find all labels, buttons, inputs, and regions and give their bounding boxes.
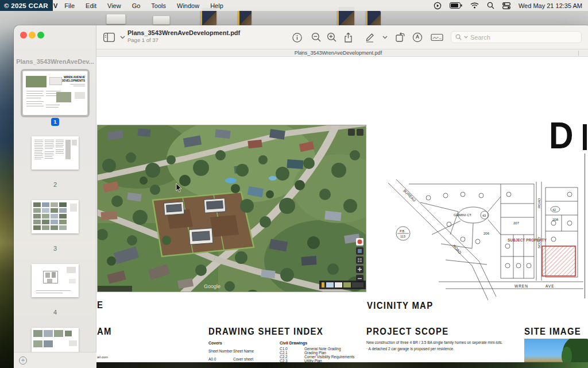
page-thumbnail-3[interactable] — [32, 200, 79, 233]
covers-subtitle: Covers — [208, 341, 222, 345]
cut-heading-fragment-am: AM — [97, 327, 112, 337]
sheet-row-name: General Note Grading — [304, 347, 341, 351]
document-page-indicator: Page 1 of 37 — [127, 37, 158, 43]
document-title: Plans_3543WrenAveDevelopment.pdf — [127, 29, 240, 36]
menu-window[interactable]: Window — [177, 2, 199, 9]
window-toolbar: Plans_3543WrenAveDevelopment.pdf Page 1 … — [96, 25, 588, 49]
page-badge-selected: 1 — [51, 118, 59, 126]
share-button[interactable] — [342, 31, 354, 44]
main-pane: Plans_3543WrenAveDevelopment.pdf Page 1 … — [96, 25, 588, 368]
menu-file[interactable]: File — [64, 2, 75, 9]
site-image-title: SITE IMAGE — [524, 327, 581, 337]
page-number-4: 4 — [32, 309, 79, 316]
drawing-sheet-index-title: DRAWING SHEET INDEX — [208, 327, 323, 337]
sheet-row-num: A0.0 — [208, 357, 216, 361]
search-scope-chevron-icon — [464, 36, 468, 39]
map-label-207: 207 — [513, 221, 520, 225]
page-thumbnail-1[interactable]: WREN AVENUEDEVELOPMENTS — [23, 71, 87, 115]
spotlight-search-icon[interactable] — [487, 2, 494, 9]
map-label-subject-property: SUBJECT PROPERTY — [508, 238, 547, 242]
sidebar-footer: + — [14, 352, 96, 368]
map-label-road-vert: ROAD — [537, 198, 541, 208]
menu-go[interactable]: Go — [132, 2, 141, 9]
wifi-icon[interactable] — [470, 2, 479, 9]
sheet-row-name: Corner Visibility Requirements — [304, 355, 354, 359]
rotate-button[interactable] — [394, 31, 407, 44]
project-scope-line-1: New construction of three 4 BR / 3.5 BA … — [366, 339, 502, 346]
email-fragment: ail.com — [97, 355, 108, 359]
tab-document[interactable]: Plans_3543WrenAveDevelopment.pdf — [96, 50, 580, 56]
app-name-fragment: V — [53, 2, 57, 9]
minimize-window-button[interactable] — [29, 32, 36, 39]
map-label-pb: P.B. — [400, 229, 405, 233]
zoom-out-button[interactable] — [310, 31, 323, 44]
tab-divider — [578, 51, 579, 56]
photo-strip — [96, 362, 588, 368]
add-page-button[interactable]: + — [19, 356, 27, 365]
col-sheet-number: Sheet Number — [208, 349, 233, 353]
zoom-window-button[interactable] — [37, 32, 44, 39]
thumb-cover-title: WREN AVENUEDEVELOPMENTS — [61, 75, 85, 82]
menu-bar-clock[interactable]: Wed May 21 12:35 AM — [519, 2, 582, 9]
watermark: © 2025 CCAR — [0, 0, 53, 11]
map-label-ave: AVE — [546, 284, 555, 288]
menu-edit[interactable]: Edit — [86, 2, 96, 9]
tab-divider — [301, 51, 302, 56]
fill-sign-button[interactable] — [431, 31, 443, 44]
map-label-pb-num: 113 — [400, 235, 405, 238]
vicinity-map: BUREAU ROAD GEMINI CT. 43 P.B. 113 SUBJE… — [386, 179, 583, 300]
sidebar-toggle-button[interactable] — [103, 31, 115, 44]
cover-heading-cut-letter — [583, 124, 587, 150]
page-thumbnail-4[interactable] — [32, 264, 79, 297]
menu-view[interactable]: View — [107, 2, 121, 9]
markup-pencil-button[interactable] — [363, 31, 376, 44]
page-thumbnail-2[interactable] — [32, 136, 79, 170]
tree-in-photo — [562, 347, 572, 363]
search-input[interactable]: Search — [451, 31, 582, 43]
sheet-row-num: C2.2 — [280, 355, 288, 359]
sheet-row-num: C2.1 — [280, 351, 288, 355]
preview-window: Plans_3543WrenAveDev... WREN AVENUEDEVEL… — [14, 25, 588, 368]
map-label-208: 208 — [552, 218, 559, 221]
control-center-icon[interactable] — [502, 2, 510, 9]
thumbnail-sidebar: Plans_3543WrenAveDev... WREN AVENUEDEVEL… — [14, 25, 96, 368]
map-label-42: 42 — [552, 208, 556, 212]
pdf-page: Google D — [96, 57, 588, 368]
info-button[interactable] — [291, 31, 303, 44]
civil-subtitle: Civil Drawings — [280, 341, 307, 345]
page-number-2: 2 — [32, 181, 79, 188]
search-placeholder: Search — [470, 34, 490, 41]
map-label-gemini: GEMINI CT. — [454, 213, 472, 217]
map-label-wren: WREN — [514, 284, 528, 288]
map-label-scott: SCOTT — [537, 236, 541, 248]
vicinity-map-title: VICINITY MAP — [367, 301, 433, 311]
map-label-gemini-num: 43 — [482, 214, 486, 217]
site-image-photo — [524, 339, 588, 363]
close-window-button[interactable] — [20, 32, 27, 39]
desktop-file-icon[interactable] — [238, 10, 252, 25]
aerial-photo[interactable]: Google — [98, 125, 366, 292]
sidebar-filename: Plans_3543WrenAveDev... — [14, 58, 96, 65]
project-scope-title: PROJECT SCOPE — [366, 327, 448, 337]
menu-tools[interactable]: Tools — [151, 2, 166, 9]
zoom-in-button[interactable] — [326, 31, 338, 44]
col-sheet-name: Sheet Name — [233, 349, 254, 353]
highlight-button[interactable] — [411, 31, 424, 44]
menu-help[interactable]: Help — [210, 2, 223, 9]
map-label-206: 206 — [483, 232, 490, 235]
sheet-row-name: Cover sheet — [233, 357, 253, 361]
sidebar-chevron-down-icon[interactable] — [116, 31, 129, 44]
markup-chevron-down-icon[interactable] — [378, 31, 391, 44]
search-icon — [455, 34, 462, 40]
aerial-watermark: Google — [204, 283, 220, 289]
tab-bar: Plans_3543WrenAveDevelopment.pdf — [96, 49, 588, 57]
sheet-row-num: C1.0 — [280, 347, 288, 351]
project-scope-line-2: · A detached 2 car garage is proposed pe… — [366, 346, 454, 352]
cover-heading-letter: D — [549, 114, 572, 157]
desktop-file-icon[interactable] — [106, 14, 126, 24]
menu-bar: © 2025 CCAR V File Edit View Go Tools Wi… — [0, 0, 588, 11]
battery-icon[interactable] — [450, 2, 462, 9]
record-indicator-icon[interactable] — [434, 2, 442, 10]
desktop-file-icon[interactable] — [153, 16, 170, 25]
desktop-file-icon[interactable] — [366, 11, 381, 27]
